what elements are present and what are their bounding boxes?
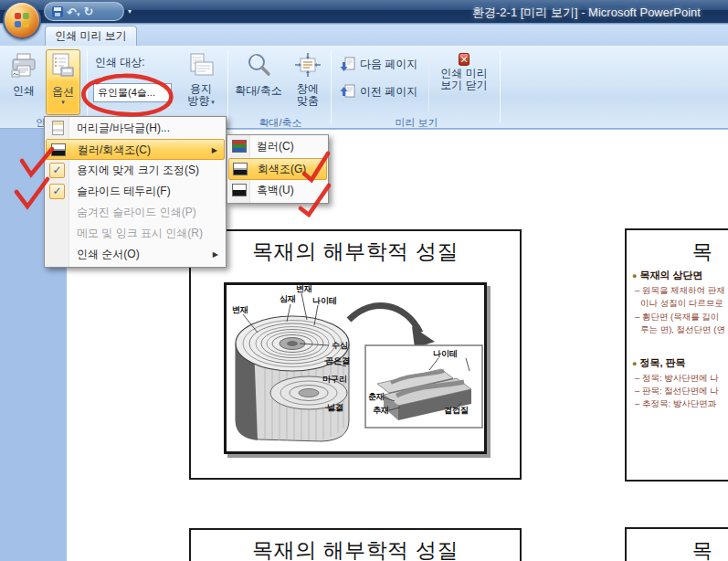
checked-checkbox-icon[interactable]: ✓ (49, 184, 65, 199)
slide1-title: 목재의 해부학적 성질 (191, 238, 520, 266)
slide-thumbnail-3: 목재의 해부학적 성질 (189, 528, 522, 561)
next-page-icon (340, 57, 355, 72)
fit-to-window-button[interactable]: 창에 맞춤 (287, 49, 329, 115)
fit-label-2: 맞춤 (287, 95, 329, 107)
options-button[interactable]: 옵션 ▾ (46, 49, 80, 115)
redo-icon[interactable]: ↻ (83, 5, 93, 17)
print-target-combobox[interactable]: 유인물(4슬... (93, 83, 172, 102)
menu-item-print-comments: 메모 및 잉크 표시 인쇄(R) (46, 223, 225, 244)
orientation-dropdown-arrow-icon: ▾ (211, 99, 215, 105)
diagram-label-naite: 나이테 (312, 297, 337, 305)
diagram-label-byeonjae-2: 변재 (296, 285, 312, 293)
black-white-icon (232, 184, 247, 196)
qat-customize-button[interactable]: ▾ (128, 7, 132, 16)
zoom-button[interactable]: 확대/축소 (232, 49, 285, 115)
group-separator (227, 50, 228, 123)
window-title: 환경-2-1 [미리 보기] - Microsoft PowerPoint (472, 5, 701, 21)
print-target-label: 인쇄 대상: (95, 55, 145, 70)
slide-thumbnail-2: 목 ●목재의 삼단면 – 원목을 제재하여 판재 이나 성질이 다르므로 – 횡… (625, 228, 728, 482)
slide2-section2-header: ●정목, 판목 (632, 356, 686, 370)
color-icon (232, 140, 247, 153)
magnifier-icon (232, 52, 285, 83)
slide3-title: 목재의 해부학적 성질 (191, 536, 520, 561)
slide-thumbnail-1: 목재의 해부학적 성질 (189, 229, 522, 480)
group-label-preview: 미리 보기 (334, 116, 499, 130)
color-grayscale-submenu: 컬러(C) 회색조(G) 흑백(U) (227, 134, 329, 204)
office-button[interactable] (3, 1, 41, 39)
slide-thumbnail-4: 목 (625, 527, 728, 561)
group-separator (87, 50, 88, 123)
undo-dropdown-icon: ▾ (77, 11, 80, 17)
menu-item-scale-to-fit[interactable]: ✓ 용지에 맞게 크기 조정(S) (46, 160, 225, 181)
menu-item-header-footer[interactable]: 머리글/바닥글(H)... (46, 118, 225, 139)
inset-label-naite: 나이테 (433, 350, 458, 358)
orientation-button[interactable]: 용지 방향▾ (179, 49, 223, 115)
button-separator (428, 55, 429, 111)
printer-icon (5, 52, 42, 83)
print-button[interactable]: 인쇄 (5, 49, 42, 115)
annotation-check-frame-slides (16, 179, 47, 206)
quick-access-toolbar: ↶▾ ↻ (44, 2, 124, 21)
slide2-line: 루는 면), 절선단면 (연 (640, 324, 725, 336)
zoom-button-label: 확대/축소 (235, 84, 281, 97)
print-button-label: 인쇄 (13, 84, 35, 97)
submenu-item-grayscale[interactable]: 회색조(G) (228, 158, 327, 180)
previous-page-icon (340, 84, 355, 100)
color-grayscale-icon (51, 143, 66, 156)
checked-checkbox-icon[interactable]: ✓ (49, 163, 65, 178)
bullet-icon: ● (632, 359, 637, 368)
header-footer-icon (52, 121, 64, 135)
slide2-line: – 횡단면 (목재를 길이 (635, 312, 719, 323)
tab-print-preview[interactable]: 인쇄 미리 보기 (45, 26, 137, 46)
slide2-line: – 판목: 절선단면에 나 (635, 386, 719, 397)
menu-item-label: 컬러/회색조(C) (78, 140, 151, 160)
diagram-label-simjae: 심재 (280, 295, 296, 303)
office-logo-icon (15, 13, 29, 27)
menu-item-label: 머리글/바닥글(H)... (77, 118, 170, 138)
grayscale-icon (233, 163, 248, 175)
save-icon[interactable] (52, 6, 63, 17)
next-page-button[interactable]: 다음 페이지 (336, 53, 425, 76)
previous-page-label: 이전 페이지 (360, 84, 417, 100)
options-icon (47, 53, 79, 84)
slide4-title-fragment: 목 (692, 537, 712, 561)
close-icon: ✕ (459, 53, 469, 66)
previous-page-button[interactable]: 이전 페이지 (336, 80, 425, 103)
menu-item-color-grayscale[interactable]: 컬러/회색조(C) ▶ (46, 139, 225, 160)
powerpoint-window: 목재의 해부학적 성질 (0, 0, 728, 561)
diagram-label-susim: 수심 (332, 342, 348, 350)
menu-item-frame-slides[interactable]: ✓ 슬라이드 테두리(F) (46, 181, 225, 202)
slide2-line: – 원목을 제재하여 판재 (635, 285, 725, 297)
submenu-arrow-icon: ▶ (213, 245, 218, 265)
next-page-label: 다음 페이지 (360, 57, 417, 72)
submenu-item-black-white[interactable]: 흑백(U) (228, 180, 327, 202)
submenu-arrow-icon: ▶ (212, 141, 217, 161)
menu-item-label: 인쇄 순서(O) (77, 244, 140, 264)
submenu-item-label: 흑백(U) (257, 180, 294, 201)
diagram-label-maguri: 마구리 (322, 376, 347, 384)
submenu-item-label: 회색조(G) (258, 159, 306, 180)
diagram-label-byeonjae-1: 변재 (232, 306, 248, 314)
fit-window-icon (287, 52, 329, 83)
wood-diagram-art (227, 285, 484, 451)
menu-item-label: 용지에 맞게 크기 조정(S) (77, 160, 199, 180)
diagram-label-godeungyeol: 곧은결 (325, 357, 350, 365)
paper-orientation-icon (179, 52, 223, 83)
diagram-label-nolgyeol: 널결 (327, 404, 343, 412)
inset-label-chujae: 추재 (373, 407, 389, 415)
group-label-zoom: 확대/축소 (230, 116, 331, 130)
options-menu: 머리글/바닥글(H)... 컬러/회색조(C) ▶ ✓ 용지에 맞게 크기 조정… (44, 116, 227, 268)
wood-anatomy-figure: 변재 심재 변재 나이테 수심 곧은결 마구리 널결 나이테 춘재 추재 겉껍질 (224, 282, 487, 454)
slide2-line: – 추정목: 방사단면과 (635, 398, 716, 410)
options-button-label: 옵션 (52, 85, 74, 98)
menu-item-printing-order[interactable]: 인쇄 순서(O) ▶ (46, 244, 225, 265)
undo-icon: ↶ (67, 5, 77, 19)
undo-button[interactable]: ↶▾ (67, 4, 79, 20)
menu-item-label: 메모 및 잉크 표시 인쇄(R) (77, 223, 203, 243)
slide2-section1-header: ●목재의 삼단면 (632, 269, 703, 282)
group-separator (500, 50, 501, 123)
submenu-item-color[interactable]: 컬러(C) (228, 136, 327, 158)
close-print-preview-button[interactable]: ✕ 인쇄 미리 보기 닫기 (433, 49, 495, 115)
bullet-icon: ● (632, 271, 637, 280)
menu-item-print-hidden-slides: 숨겨진 슬라이드 인쇄(P) (46, 202, 225, 223)
